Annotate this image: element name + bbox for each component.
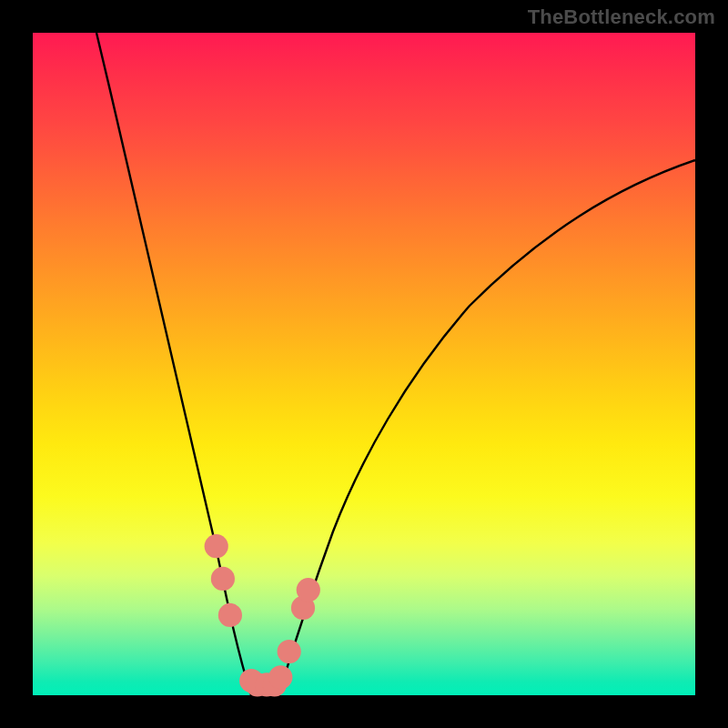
data-marker <box>218 603 242 627</box>
attribution-text: TheBottleneck.com <box>528 5 715 29</box>
data-marker <box>268 665 292 689</box>
data-marker <box>297 578 320 602</box>
curve-left-branch <box>96 33 251 695</box>
data-marker <box>211 567 235 591</box>
data-marker <box>205 534 228 558</box>
data-marker <box>278 640 301 663</box>
marker-group <box>205 534 320 696</box>
chart-frame: TheBottleneck.com <box>0 0 728 728</box>
curve-right-branch <box>278 160 695 695</box>
chart-svg <box>33 33 695 695</box>
